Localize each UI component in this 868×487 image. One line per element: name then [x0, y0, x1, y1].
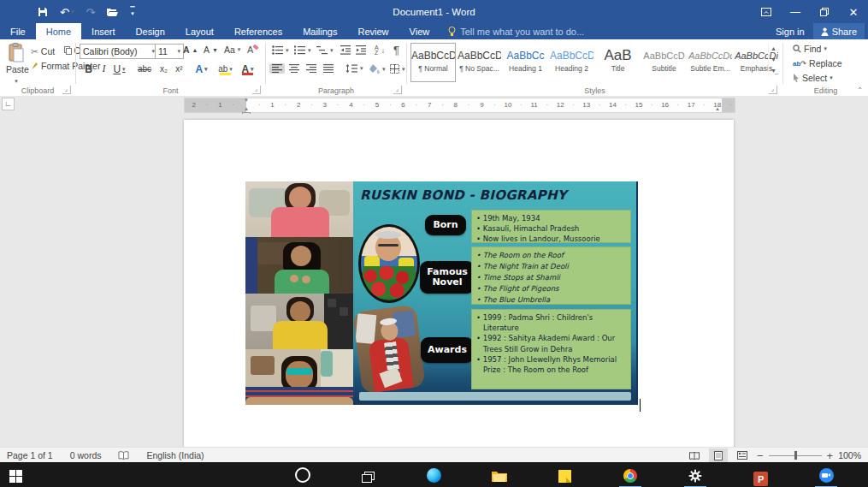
tab-selector[interactable]: ∟	[2, 98, 15, 110]
print-layout-button[interactable]	[709, 448, 728, 462]
tab-design[interactable]: Design	[126, 23, 175, 39]
numbering-button[interactable]: ▾	[292, 45, 314, 56]
zoom-level[interactable]: 100%	[838, 450, 861, 460]
styles-scroll-down[interactable]: ▼	[769, 54, 778, 65]
shading-button[interactable]: ▾	[367, 63, 388, 74]
font-color-button[interactable]: A▾	[240, 62, 255, 76]
proofing-icon[interactable]	[118, 451, 129, 460]
underline-button[interactable]: U▾	[112, 62, 127, 76]
multilevel-list-button[interactable]: ▾	[314, 45, 336, 56]
ruler-tick: ·	[363, 101, 365, 109]
awards-label: Awards	[421, 337, 474, 363]
word-count[interactable]: 0 words	[70, 450, 102, 460]
style-heading1[interactable]: AaBbCcHeading 1	[503, 43, 548, 82]
subscript-button[interactable]: x₂	[156, 62, 171, 76]
tab-insert[interactable]: Insert	[81, 23, 126, 39]
tab-references[interactable]: References	[224, 23, 292, 39]
clear-formatting-button[interactable]: A	[247, 44, 259, 55]
task-view-button[interactable]	[353, 465, 384, 487]
restore-button[interactable]	[810, 0, 839, 24]
style-heading2[interactable]: AaBbCcDHeading 2	[549, 43, 594, 82]
font-size-combobox[interactable]: 11▾	[155, 44, 184, 59]
edge-button[interactable]	[418, 463, 449, 487]
styles-scroll-up[interactable]: ▲	[769, 43, 778, 54]
read-mode-button[interactable]	[685, 448, 704, 462]
zoom-slider-handle[interactable]	[794, 451, 797, 460]
select-button[interactable]: Select▾	[790, 72, 836, 84]
minimize-button[interactable]: —	[781, 0, 810, 24]
font-name-combobox[interactable]: Calibri (Body)▾	[80, 44, 158, 59]
align-right-button[interactable]	[304, 63, 319, 74]
font-dialog-launcher[interactable]: ⌟	[252, 86, 261, 94]
clipboard-dialog-launcher[interactable]: ⌟	[62, 86, 71, 94]
strikethrough-button[interactable]: abc	[134, 62, 155, 76]
line-spacing-button[interactable]: ▾	[343, 63, 366, 74]
change-case-button[interactable]: Aa▾	[221, 44, 243, 56]
tab-review[interactable]: Review	[348, 23, 399, 39]
ruler-tick: ·	[493, 101, 496, 109]
italic-button[interactable]: I	[97, 62, 111, 76]
zoom-slider[interactable]	[769, 450, 822, 460]
sign-in-link[interactable]: Sign in	[776, 27, 805, 37]
ruler-tick: ·	[729, 101, 732, 109]
styles-gallery-expand[interactable]: ▼̲	[769, 65, 778, 76]
sticky-notes-button[interactable]	[549, 464, 580, 487]
share-button[interactable]: Share	[813, 23, 865, 39]
style-subtitle[interactable]: AaBbCcDSubtitle	[641, 43, 687, 82]
show-hide-pilcrow-button[interactable]: ¶	[391, 43, 402, 57]
document-area[interactable]: RUSKIN BOND - BIOGRAPHY Born 19th May, 1…	[0, 114, 868, 447]
highlight-button[interactable]: ab▾	[218, 62, 233, 76]
style-title[interactable]: AaBTitle	[595, 43, 641, 82]
settings-button[interactable]	[680, 463, 711, 487]
first-line-indent-marker[interactable]: ▾	[245, 98, 248, 102]
tab-view[interactable]: View	[399, 23, 440, 39]
web-layout-button[interactable]	[733, 448, 752, 462]
tab-mailings[interactable]: Mailings	[292, 23, 347, 39]
powerpoint-button[interactable]: P	[746, 466, 776, 487]
chrome-button[interactable]	[615, 463, 646, 487]
style-subtle-emphasis[interactable]: AaBbCcDcSubtle Em...	[688, 43, 733, 82]
justify-button[interactable]	[321, 63, 336, 74]
style-normal[interactable]: AaBbCcDc¶ Normal	[410, 43, 456, 82]
paste-button[interactable]: Paste ▾	[3, 43, 29, 86]
biography-picture[interactable]: RUSKIN BOND - BIOGRAPHY Born 19th May, 1…	[245, 181, 638, 405]
align-left-button[interactable]	[269, 63, 285, 74]
ribbon-display-options-button[interactable]	[752, 0, 781, 24]
tab-file[interactable]: File	[0, 23, 36, 39]
file-explorer-button[interactable]	[484, 464, 515, 487]
zoom-in-button[interactable]: +	[827, 449, 834, 462]
zoom-icon	[819, 468, 834, 483]
collapse-ribbon-button[interactable]: ⌃	[857, 86, 863, 94]
replace-button[interactable]: ab↷ Replace	[790, 57, 845, 69]
superscript-button[interactable]: x²	[172, 62, 186, 76]
style-no-spacing[interactable]: AaBbCcDc¶ No Spac...	[457, 43, 502, 82]
bold-button[interactable]: B	[81, 62, 96, 76]
borders-button[interactable]: ▾	[387, 63, 408, 74]
zoom-out-button[interactable]: −	[757, 449, 764, 462]
start-button[interactable]	[0, 464, 31, 487]
language-indicator[interactable]: English (India)	[146, 450, 204, 460]
increase-indent-button[interactable]	[353, 45, 369, 56]
cortana-button[interactable]	[287, 462, 318, 487]
grow-font-button[interactable]: A▲	[180, 44, 201, 56]
paragraph-dialog-launcher[interactable]: ⌟	[393, 86, 402, 94]
document-page[interactable]: RUSKIN BOND - BIOGRAPHY Born 19th May, 1…	[184, 120, 734, 447]
page-count[interactable]: Page 1 of 1	[7, 450, 53, 460]
styles-dialog-launcher[interactable]: ⌟	[769, 86, 777, 94]
text-effects-button[interactable]: A▾	[194, 62, 209, 76]
bullets-button[interactable]: ▾	[269, 45, 292, 56]
zoom-app-button[interactable]	[811, 463, 841, 487]
align-center-button[interactable]	[286, 63, 302, 74]
cut-button[interactable]: ✂Cut	[28, 45, 57, 57]
decrease-indent-button[interactable]	[338, 45, 353, 56]
sort-button[interactable]: AZ↓	[372, 45, 387, 56]
hanging-indent-marker[interactable]: ▴	[245, 106, 248, 110]
close-button[interactable]: ✕	[839, 0, 868, 24]
tab-layout[interactable]: Layout	[175, 23, 224, 39]
tell-me-box[interactable]: Tell me what you want to do...	[448, 27, 584, 37]
ruler-tick: 2	[192, 101, 196, 109]
shrink-font-button[interactable]: A▼	[201, 44, 221, 56]
tab-home[interactable]: Home	[36, 23, 81, 39]
famous-novel-box: The Room on the Roof The Night Train at …	[471, 246, 631, 305]
find-button[interactable]: Find▾	[790, 43, 830, 55]
